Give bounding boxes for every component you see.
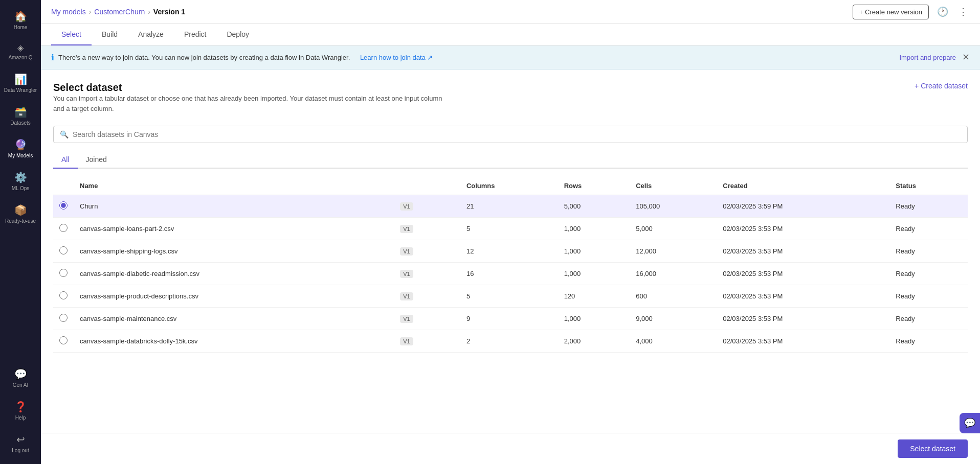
version-badge: V1 — [400, 247, 413, 256]
row-radio-input[interactable] — [59, 246, 68, 254]
sidebar-item-help[interactable]: ❓ Help — [0, 396, 41, 426]
section-description: You can import a tabular dataset or choo… — [53, 94, 442, 113]
sub-tab-joined-label: Joined — [86, 155, 107, 164]
tab-deploy-label: Deploy — [227, 30, 249, 38]
tab-deploy[interactable]: Deploy — [216, 24, 259, 45]
row-radio-cell[interactable] — [53, 195, 74, 218]
table-row[interactable]: canvas-sample-maintenance.csv V1 9 1,000… — [53, 308, 968, 330]
row-name-cell: canvas-sample-maintenance.csv — [74, 308, 390, 330]
row-cells-cell: 12,000 — [630, 240, 717, 263]
table-row[interactable]: canvas-sample-product-descriptions.csv V… — [53, 285, 968, 308]
tab-predict[interactable]: Predict — [174, 24, 217, 45]
sidebar-item-label: Gen AI — [13, 382, 29, 388]
row-radio-cell[interactable] — [53, 330, 74, 353]
row-columns-cell: 21 — [460, 195, 558, 218]
table-row[interactable]: Churn V1 21 5,000 105,000 02/03/2025 3:5… — [53, 195, 968, 218]
ml-ops-icon: ⚙️ — [14, 171, 27, 183]
main-tabs: Select Build Analyze Predict Deploy — [41, 24, 980, 45]
row-created-cell: 02/03/2025 3:53 PM — [717, 308, 889, 330]
sidebar-item-log-out[interactable]: ↩ Log out — [0, 428, 41, 459]
row-radio-input[interactable] — [59, 201, 68, 210]
table-row[interactable]: canvas-sample-shipping-logs.csv V1 12 1,… — [53, 240, 968, 263]
sidebar-item-datasets[interactable]: 🗃️ Datasets — [0, 101, 41, 131]
tab-build[interactable]: Build — [92, 24, 128, 45]
row-radio-input[interactable] — [59, 291, 68, 299]
row-rows-cell: 1,000 — [558, 218, 630, 240]
sidebar-item-gen-ai[interactable]: 💬 Gen AI — [0, 363, 41, 393]
sidebar-item-my-models[interactable]: 🔮 My Models — [0, 133, 41, 164]
select-dataset-button[interactable]: Select dataset — [898, 439, 968, 458]
col-columns: Columns — [460, 177, 558, 195]
row-cells-cell: 600 — [630, 285, 717, 308]
row-name-cell: canvas-sample-loans-part-2.csv — [74, 218, 390, 240]
col-select — [53, 177, 74, 195]
row-radio-cell[interactable] — [53, 240, 74, 263]
row-rows-cell: 1,000 — [558, 263, 630, 285]
breadcrumb-sep1: › — [89, 8, 92, 16]
row-radio-input[interactable] — [59, 336, 68, 344]
version-badge: V1 — [400, 337, 413, 345]
sub-tab-joined[interactable]: Joined — [78, 151, 115, 169]
row-status-cell: Ready — [889, 308, 968, 330]
row-version-cell: V1 — [390, 195, 460, 218]
sidebar-item-amazon-q[interactable]: ◈ Amazon Q — [0, 38, 41, 66]
table-row[interactable]: canvas-sample-diabetic-readmission.csv V… — [53, 263, 968, 285]
import-label: Import and prepare — [899, 54, 956, 61]
dataset-name: canvas-sample-product-descriptions.csv — [80, 292, 198, 300]
sidebar-item-data-wrangler[interactable]: 📊 Data Wrangler — [0, 68, 41, 99]
sidebar-item-ml-ops[interactable]: ⚙️ ML Ops — [0, 166, 41, 197]
tab-select[interactable]: Select — [51, 24, 92, 45]
status-badge: Ready — [896, 337, 915, 345]
create-new-version-button[interactable]: + Create new version — [853, 5, 929, 19]
row-radio-input[interactable] — [59, 224, 68, 232]
row-cells-cell: 16,000 — [630, 263, 717, 285]
row-name-cell: canvas-sample-product-descriptions.csv — [74, 285, 390, 308]
more-options-button[interactable]: ⋮ — [956, 4, 970, 19]
sidebar-item-label: Ready-to-use — [5, 218, 36, 224]
version-badge: V1 — [400, 292, 413, 300]
history-button[interactable]: 🕐 — [935, 4, 950, 19]
row-status-cell: Ready — [889, 285, 968, 308]
tab-analyze[interactable]: Analyze — [128, 24, 174, 45]
chat-bubble-button[interactable]: 💬 — [960, 413, 980, 433]
sidebar-item-ready-to-use[interactable]: 📦 Ready-to-use — [0, 199, 41, 229]
banner-link[interactable]: Learn how to join data ↗ — [360, 54, 433, 61]
table-row[interactable]: canvas-sample-loans-part-2.csv V1 5 1,00… — [53, 218, 968, 240]
status-badge: Ready — [896, 247, 915, 255]
row-radio-input[interactable] — [59, 314, 68, 322]
banner-message: There's a new way to join data. You can … — [58, 54, 350, 61]
row-radio-cell[interactable] — [53, 263, 74, 285]
my-models-icon: 🔮 — [14, 138, 27, 151]
row-radio-cell[interactable] — [53, 308, 74, 330]
row-version-cell: V1 — [390, 285, 460, 308]
breadcrumb-root[interactable]: My models — [51, 8, 86, 16]
row-cells-cell: 9,000 — [630, 308, 717, 330]
create-dataset-button[interactable]: + Create dataset — [915, 82, 968, 90]
header-actions: + Create new version 🕐 ⋮ — [853, 4, 970, 19]
row-status-cell: Ready — [889, 240, 968, 263]
import-and-prepare-link[interactable]: Import and prepare — [899, 54, 956, 61]
sub-tab-all[interactable]: All — [53, 151, 78, 169]
section-title: Select dataset — [53, 82, 442, 94]
col-rows: Rows — [558, 177, 630, 195]
dataset-name: canvas-sample-shipping-logs.csv — [80, 247, 177, 255]
row-status-cell: Ready — [889, 263, 968, 285]
row-radio-cell[interactable] — [53, 285, 74, 308]
row-rows-cell: 5,000 — [558, 195, 630, 218]
row-radio-cell[interactable] — [53, 218, 74, 240]
table-row[interactable]: canvas-sample-databricks-dolly-15k.csv V… — [53, 330, 968, 353]
col-cells: Cells — [630, 177, 717, 195]
search-input[interactable] — [73, 130, 961, 138]
breadcrumb: My models › CustomerChurn › Version 1 — [51, 8, 185, 16]
sidebar-item-home[interactable]: 🏠 Home — [0, 5, 41, 36]
breadcrumb-sep2: › — [148, 8, 150, 16]
breadcrumb-model[interactable]: CustomerChurn — [94, 8, 145, 16]
sidebar: 🏠 Home ◈ Amazon Q 📊 Data Wrangler 🗃️ Dat… — [0, 0, 41, 464]
banner-close-button[interactable]: ✕ — [962, 52, 970, 63]
row-rows-cell: 2,000 — [558, 330, 630, 353]
row-radio-input[interactable] — [59, 269, 68, 277]
row-version-cell: V1 — [390, 240, 460, 263]
dataset-name: canvas-sample-databricks-dolly-15k.csv — [80, 337, 197, 345]
close-icon: ✕ — [962, 52, 970, 62]
status-badge: Ready — [896, 292, 915, 300]
